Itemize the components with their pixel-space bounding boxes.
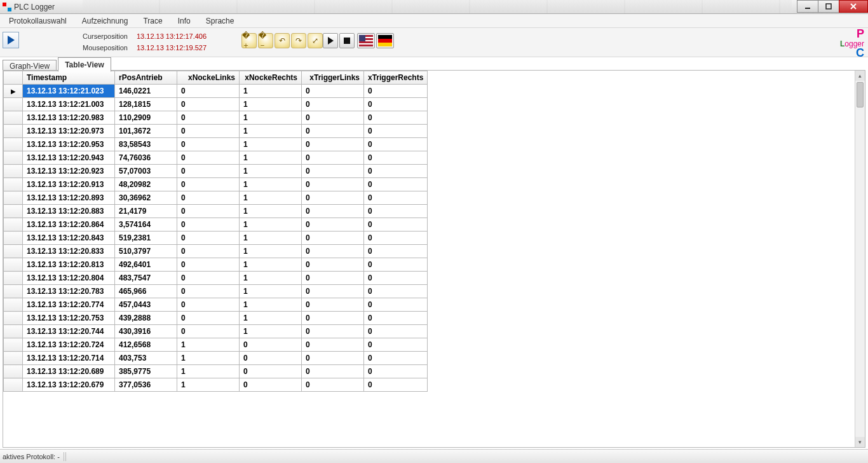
cell-ts[interactable]: 13.12.13 13:12:20.923 [23, 165, 115, 178]
cell-tl[interactable]: 0 [302, 365, 364, 378]
cell-nr[interactable]: 1 [240, 245, 302, 258]
row-header[interactable] [4, 98, 23, 111]
cell-nr[interactable]: 1 [240, 151, 302, 165]
cell-ts[interactable]: 13.12.13 13:12:20.913 [23, 178, 115, 191]
cell-nl[interactable]: 0 [177, 325, 240, 338]
cell-tl[interactable]: 0 [302, 285, 364, 298]
cell-ts[interactable]: 13.12.13 13:12:20.689 [23, 365, 115, 378]
menu-aufzeichnung[interactable]: Aufzeichnung [76, 15, 135, 27]
cell-ts[interactable]: 13.12.13 13:12:20.714 [23, 352, 115, 365]
cell-rpos[interactable]: 146,0221 [115, 85, 177, 98]
cell-nl[interactable]: 0 [177, 191, 240, 205]
cell-nl[interactable]: 1 [177, 338, 240, 352]
cell-tr[interactable]: 0 [364, 325, 428, 338]
row-header[interactable] [4, 338, 23, 352]
zoom-in-button[interactable]: �＋ [241, 33, 257, 48]
cell-ts[interactable]: 13.12.13 13:12:20.833 [23, 245, 115, 258]
cell-tr[interactable]: 0 [364, 178, 428, 191]
menu-sprache[interactable]: Sprache [200, 15, 241, 27]
cell-nl[interactable]: 0 [177, 111, 240, 125]
cell-rpos[interactable]: 74,76036 [115, 151, 177, 165]
menu-protokollauswahl[interactable]: Protokollauswahl [3, 15, 73, 27]
row-header[interactable] [4, 365, 23, 378]
cell-tr[interactable]: 0 [364, 111, 428, 125]
row-header[interactable] [4, 378, 23, 392]
cell-nr[interactable]: 0 [240, 378, 302, 392]
cell-tr[interactable]: 0 [364, 285, 428, 298]
cell-nr[interactable]: 1 [240, 298, 302, 312]
row-header[interactable] [4, 298, 23, 312]
row-header-corner[interactable] [4, 71, 23, 85]
table-row[interactable]: 13.12.13 13:12:21.003128,18150100 [4, 98, 428, 111]
vertical-scrollbar[interactable]: ▴ ▾ [855, 71, 865, 447]
table-row[interactable]: 13.12.13 13:12:20.88321,41790100 [4, 205, 428, 218]
cell-tl[interactable]: 0 [302, 272, 364, 285]
cell-nl[interactable]: 0 [177, 258, 240, 272]
cell-ts[interactable]: 13.12.13 13:12:20.679 [23, 378, 115, 392]
cell-tl[interactable]: 0 [302, 165, 364, 178]
cell-nr[interactable]: 0 [240, 365, 302, 378]
cell-nl[interactable]: 0 [177, 205, 240, 218]
cell-nl[interactable]: 0 [177, 98, 240, 111]
cell-rpos[interactable]: 57,07003 [115, 165, 177, 178]
cell-tl[interactable]: 0 [302, 111, 364, 125]
row-header[interactable] [4, 125, 23, 138]
cell-ts[interactable]: 13.12.13 13:12:20.973 [23, 125, 115, 138]
table-row[interactable]: 13.12.13 13:12:20.714403,7531000 [4, 352, 428, 365]
table-row[interactable]: 13.12.13 13:12:20.783465,9660100 [4, 285, 428, 298]
cell-ts[interactable]: 13.12.13 13:12:20.883 [23, 205, 115, 218]
menu-trace[interactable]: Trace [137, 15, 168, 27]
cell-tl[interactable]: 0 [302, 352, 364, 365]
cell-nl[interactable]: 0 [177, 165, 240, 178]
row-header[interactable] [4, 352, 23, 365]
table-row[interactable]: 13.12.13 13:12:20.833510,37970100 [4, 245, 428, 258]
cell-tl[interactable]: 0 [302, 218, 364, 232]
cell-ts[interactable]: 13.12.13 13:12:20.864 [23, 218, 115, 232]
cell-tr[interactable]: 0 [364, 338, 428, 352]
row-header[interactable] [4, 258, 23, 272]
cell-rpos[interactable]: 110,2909 [115, 111, 177, 125]
table-row[interactable]: 13.12.13 13:12:20.689385,97751000 [4, 365, 428, 378]
cell-ts[interactable]: 13.12.13 13:12:20.813 [23, 258, 115, 272]
cell-nr[interactable]: 1 [240, 98, 302, 111]
cell-tl[interactable]: 0 [302, 98, 364, 111]
cell-nr[interactable]: 1 [240, 258, 302, 272]
cell-rpos[interactable]: 30,36962 [115, 191, 177, 205]
cell-tl[interactable]: 0 [302, 205, 364, 218]
cell-tr[interactable]: 0 [364, 232, 428, 245]
row-header[interactable] [4, 325, 23, 338]
cell-nr[interactable]: 1 [240, 272, 302, 285]
cell-ts[interactable]: 13.12.13 13:12:21.023 [23, 85, 115, 98]
cell-tl[interactable]: 0 [302, 312, 364, 325]
cell-tr[interactable]: 0 [364, 258, 428, 272]
stop-button[interactable] [339, 33, 355, 48]
table-row[interactable]: 13.12.13 13:12:20.813492,64010100 [4, 258, 428, 272]
row-header[interactable] [4, 111, 23, 125]
table-row[interactable]: 13.12.13 13:12:20.724412,65681000 [4, 338, 428, 352]
menu-info[interactable]: Info [172, 15, 197, 27]
row-header[interactable] [4, 205, 23, 218]
cell-tl[interactable]: 0 [302, 191, 364, 205]
cell-nr[interactable]: 1 [240, 232, 302, 245]
cell-tr[interactable]: 0 [364, 125, 428, 138]
cell-nr[interactable]: 1 [240, 165, 302, 178]
cell-ts[interactable]: 13.12.13 13:12:20.753 [23, 312, 115, 325]
cell-nl[interactable]: 1 [177, 365, 240, 378]
table-row[interactable]: 13.12.13 13:12:20.804483,75470100 [4, 272, 428, 285]
cell-nr[interactable]: 1 [240, 178, 302, 191]
row-header[interactable] [4, 312, 23, 325]
zoom-undo-button[interactable]: ↶ [275, 33, 290, 48]
cell-nl[interactable]: 0 [177, 245, 240, 258]
cell-nr[interactable]: 1 [240, 85, 302, 98]
play-button[interactable] [323, 33, 338, 48]
cell-ts[interactable]: 13.12.13 13:12:21.003 [23, 98, 115, 111]
table-row[interactable]: 13.12.13 13:12:20.843519,23810100 [4, 232, 428, 245]
table-row[interactable]: 13.12.13 13:12:20.8643,5741640100 [4, 218, 428, 232]
cell-tl[interactable]: 0 [302, 178, 364, 191]
col-xnockerechts[interactable]: xNockeRechts [240, 71, 302, 85]
cell-tr[interactable]: 0 [364, 272, 428, 285]
row-header[interactable] [4, 165, 23, 178]
cell-ts[interactable]: 13.12.13 13:12:20.953 [23, 138, 115, 151]
cell-ts[interactable]: 13.12.13 13:12:20.943 [23, 151, 115, 165]
cell-nl[interactable]: 1 [177, 378, 240, 392]
